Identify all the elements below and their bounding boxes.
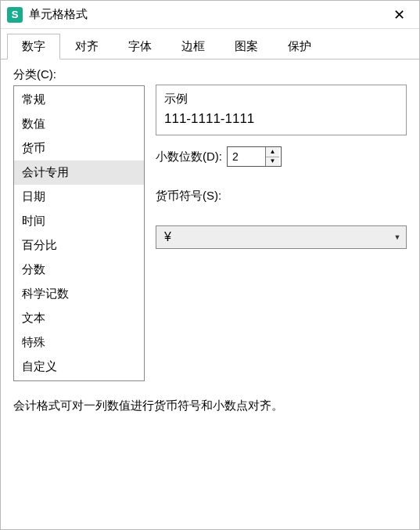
category-item[interactable]: 时间 bbox=[14, 209, 144, 233]
tab-4[interactable]: 图案 bbox=[220, 34, 273, 59]
tabs: 数字对齐字体边框图案保护 bbox=[1, 29, 419, 59]
category-item[interactable]: 货币 bbox=[14, 136, 144, 160]
category-item[interactable]: 会计专用 bbox=[14, 160, 144, 185]
category-item[interactable]: 科学记数 bbox=[14, 282, 144, 306]
content: 分类(C): 常规数值货币会计专用日期时间百分比分数科学记数文本特殊自定义 示例… bbox=[1, 59, 419, 529]
currency-label: 货币符号(S): bbox=[156, 189, 407, 204]
titlebar: S 单元格格式 ✕ bbox=[1, 1, 419, 29]
category-label: 分类(C): bbox=[13, 67, 145, 82]
tab-2[interactable]: 字体 bbox=[113, 34, 167, 59]
currency-select[interactable]: ¥ ▼ bbox=[156, 225, 407, 249]
tab-0[interactable]: 数字 bbox=[7, 34, 60, 59]
example-label: 示例 bbox=[164, 92, 398, 106]
category-item[interactable]: 百分比 bbox=[14, 233, 144, 258]
category-item[interactable]: 分数 bbox=[14, 258, 144, 282]
window-title: 单元格格式 bbox=[29, 7, 383, 22]
decimal-row: 小数位数(D): ▲ ▼ bbox=[156, 146, 407, 167]
decimal-label: 小数位数(D): bbox=[156, 150, 222, 164]
spinner-up-button[interactable]: ▲ bbox=[266, 147, 279, 157]
category-item[interactable]: 常规 bbox=[14, 88, 144, 112]
example-value: 111-1111-1111 bbox=[164, 111, 398, 127]
tab-3[interactable]: 边框 bbox=[167, 34, 220, 59]
currency-select-value: ¥ bbox=[156, 230, 389, 244]
category-item[interactable]: 数值 bbox=[14, 112, 144, 136]
tab-1[interactable]: 对齐 bbox=[60, 34, 113, 59]
spinner-down-button[interactable]: ▼ bbox=[266, 157, 279, 167]
category-item[interactable]: 特殊 bbox=[14, 330, 144, 355]
close-button[interactable]: ✕ bbox=[383, 3, 415, 27]
cell-format-dialog: S 单元格格式 ✕ 数字对齐字体边框图案保护 分类(C): 常规数值货币会计专用… bbox=[0, 0, 420, 530]
category-item[interactable]: 文本 bbox=[14, 306, 144, 330]
category-item[interactable]: 自定义 bbox=[14, 355, 144, 379]
decimal-input[interactable] bbox=[228, 147, 265, 166]
app-icon: S bbox=[7, 7, 23, 23]
category-item[interactable]: 日期 bbox=[14, 185, 144, 209]
example-box: 示例 111-1111-1111 bbox=[156, 85, 407, 135]
tab-5[interactable]: 保护 bbox=[273, 34, 326, 59]
decimal-spinner[interactable]: ▲ ▼ bbox=[227, 146, 282, 167]
chevron-down-icon: ▼ bbox=[389, 233, 406, 241]
category-list[interactable]: 常规数值货币会计专用日期时间百分比分数科学记数文本特殊自定义 bbox=[13, 85, 145, 381]
close-icon: ✕ bbox=[393, 6, 405, 23]
description-text: 会计格式可对一列数值进行货币符号和小数点对齐。 bbox=[13, 398, 407, 413]
